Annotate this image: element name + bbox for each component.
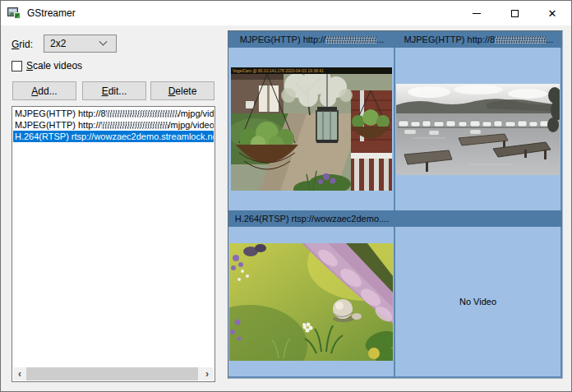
maximize-button[interactable] [496, 1, 533, 25]
grid-select-value: 2x2 [50, 38, 66, 49]
app-icon [7, 7, 21, 20]
video-grid-header-row2: H.264(RTSP) rtsp://wowzaec2demo.... [228, 210, 562, 227]
minimize-button[interactable] [458, 1, 496, 25]
video-cell-meadow [228, 227, 394, 376]
scale-videos-row: Scale videos [12, 60, 82, 71]
add-button[interactable]: Add... [12, 81, 76, 100]
video-cell-title-1: MJPEG(HTTP) http://... [228, 31, 395, 48]
grid-divider-bottom [228, 376, 562, 378]
garden-video: VogelCam @ 80.10.141.178 2020-04-03 19:3… [231, 67, 392, 191]
meadow-video [229, 243, 393, 361]
marina-video [396, 84, 560, 175]
scroll-left-icon: ‹ [18, 368, 21, 380]
redacted-url [325, 36, 376, 44]
video-cell-title-4 [395, 210, 562, 227]
caption-buttons: ✕ [458, 1, 571, 25]
video-grid-header-row1: MJPEG(HTTP) http://... MJPEG(HTTP) http:… [228, 31, 562, 48]
video-grid-row1: VogelCam @ 80.10.141.178 2020-04-03 19:3… [228, 48, 562, 210]
list-item[interactable]: MJPEG(HTTP) http://8/mjpg/vide [13, 108, 214, 119]
grid-select[interactable]: 2x2 [44, 35, 117, 53]
video-cell-empty: No Video [395, 227, 560, 376]
camera-overlay-text: VogelCam @ 80.10.141.178 2020-04-03 19:3… [233, 68, 324, 73]
grid-divider [560, 48, 562, 210]
video-cell-title-2: MJPEG(HTTP) http://8... [395, 31, 562, 48]
list-item[interactable]: MJPEG(HTTP) http:///mjpg/video [13, 119, 214, 131]
minimize-icon [473, 13, 481, 14]
redacted-url [106, 110, 178, 118]
stream-list-items: MJPEG(HTTP) http://8/mjpg/vide MJPEG(HTT… [13, 108, 214, 142]
grid-label: Grid: [12, 39, 33, 50]
video-cell-garden: VogelCam @ 80.10.141.178 2020-04-03 19:3… [228, 48, 394, 210]
horizontal-scrollbar[interactable]: ‹ › [13, 367, 214, 380]
grid-divider [560, 227, 562, 376]
stream-list: MJPEG(HTTP) http://8/mjpg/vide MJPEG(HTT… [12, 106, 215, 382]
scale-videos-checkbox[interactable] [12, 61, 22, 71]
chevron-down-icon [99, 37, 108, 45]
close-button[interactable]: ✕ [533, 1, 571, 25]
list-item-selected[interactable]: H.264(RTSP) rtsp://wowzaec2demo.streamlo… [13, 131, 214, 142]
video-cell-marina [395, 48, 560, 210]
app-window: GStreamer ✕ Grid: 2x2 Scale videos Add..… [0, 0, 572, 392]
delete-button[interactable]: Delete [150, 81, 214, 100]
video-panel: MJPEG(HTTP) http://... MJPEG(HTTP) http:… [228, 30, 563, 379]
close-icon: ✕ [548, 7, 557, 20]
redacted-url [495, 36, 546, 44]
scroll-right-button[interactable]: › [201, 367, 214, 380]
redacted-url [101, 122, 168, 129]
titlebar: GStreamer ✕ [1, 1, 571, 25]
scroll-thumb[interactable] [26, 367, 198, 380]
video-cell-title-3: H.264(RTSP) rtsp://wowzaec2demo.... [228, 210, 395, 227]
window-title: GStreamer [27, 7, 76, 19]
edit-button[interactable]: Edit... [82, 81, 146, 100]
no-video-placeholder: No Video [459, 297, 496, 307]
scale-videos-label[interactable]: Scale videos [26, 60, 82, 71]
maximize-icon [511, 10, 519, 17]
scroll-left-button[interactable]: ‹ [13, 367, 26, 380]
video-grid-row2: No Video [228, 227, 562, 376]
client-area: Grid: 2x2 Scale videos Add... Edit... De… [1, 25, 571, 391]
scroll-right-icon: › [205, 368, 209, 380]
